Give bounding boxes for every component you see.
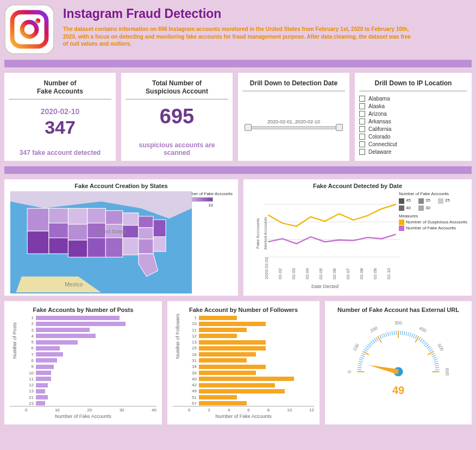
svg-rect-10: [68, 224, 87, 240]
date-slider-thumb-end[interactable]: [336, 124, 343, 131]
ip-location-list: AlabamaAlaskaArizonaArkansasCaliforniaCo…: [359, 96, 467, 155]
svg-line-52: [374, 339, 377, 342]
line-chart[interactable]: 100 75 50 25: [264, 191, 400, 267]
svg-rect-5: [27, 231, 49, 254]
legend-series-fake: Number of Fake Accounts: [406, 226, 456, 231]
gauge-title: Number of Fake Account has External URL: [330, 307, 466, 313]
ip-location-connecticut[interactable]: Connecticut: [359, 141, 467, 147]
svg-text:500: 500: [436, 342, 445, 352]
svg-point-2: [35, 18, 40, 23]
svg-line-40: [359, 359, 363, 360]
map-label-us: United States: [96, 228, 127, 234]
drill-down-ip: Drill Down to IP Location AlabamaAlaskaA…: [355, 73, 472, 161]
svg-line-78: [423, 341, 426, 345]
svg-line-79: [424, 343, 427, 346]
date-slider-track[interactable]: [246, 126, 342, 129]
svg-rect-24: [153, 220, 166, 236]
followers-title: Fake Account by Number of Followers: [173, 307, 314, 313]
svg-rect-20: [123, 238, 139, 255]
ip-item-label: Alaska: [368, 103, 385, 109]
posts-title: Fake Accounts by Number of Posts: [10, 307, 156, 313]
svg-line-87: [433, 357, 437, 359]
gauge-chart[interactable]: 0100200300400500695: [336, 315, 461, 382]
svg-rect-25: [153, 237, 166, 252]
svg-text:300: 300: [394, 320, 402, 326]
legend-series-suspicious: Number of Suspicious Accounts: [406, 220, 467, 225]
svg-rect-7: [49, 223, 68, 238]
svg-rect-8: [49, 238, 68, 254]
date-slider-thumb-start[interactable]: [245, 124, 252, 131]
checkbox-icon[interactable]: [359, 126, 365, 132]
kpi-susp-title-l1: Total Number of: [152, 79, 202, 87]
svg-rect-14: [87, 238, 105, 258]
checkbox-icon[interactable]: [359, 103, 365, 109]
charts-row-2: Fake Accounts by Number of Posts Number …: [4, 301, 472, 424]
kpi-fake-accounts: Number of Fake Accounts 2020-02-10 347 3…: [4, 73, 116, 161]
svg-line-45: [364, 349, 367, 352]
drill-ip-title: Drill Down to IP Location: [359, 79, 467, 91]
svg-line-36: [358, 367, 362, 368]
kpi-suspicious-accounts: Total Number of Suspicious Account 695 s…: [121, 73, 233, 161]
svg-text:100: 100: [352, 342, 360, 352]
followers-x-label: Number of Fake Accounts: [173, 414, 314, 419]
svg-line-76: [420, 339, 422, 342]
svg-line-37: [358, 365, 361, 366]
ip-location-alabama[interactable]: Alabama: [359, 96, 467, 102]
svg-rect-23: [139, 239, 153, 254]
line-ylabel-2: Fake Acccounts: [255, 218, 260, 248]
map-label-mexico: Mexico: [65, 282, 83, 288]
line-chart-card: Fake Account Detected by Date Number of …: [243, 179, 472, 296]
us-choropleth-map[interactable]: United States Mexico: [9, 191, 193, 293]
ip-item-label: Connecticut: [368, 141, 397, 147]
kpi-fake-date: 2020-02-10: [9, 107, 111, 116]
ip-location-alaska[interactable]: Alaska: [359, 103, 467, 109]
ip-item-label: Arizona: [368, 111, 387, 117]
page-subtitle: The dataset contains information on 696 …: [63, 26, 411, 48]
svg-line-39: [359, 361, 362, 362]
checkbox-icon[interactable]: [359, 149, 365, 155]
svg-line-60: [390, 332, 391, 335]
svg-rect-9: [68, 208, 87, 224]
checkbox-icon[interactable]: [359, 118, 365, 124]
divider-bar-1: [4, 60, 472, 67]
page-title: Instagram Fraud Detection: [63, 7, 411, 21]
kpi-fake-title-l1: Number of: [44, 79, 77, 87]
svg-text:200: 200: [369, 325, 379, 334]
ip-location-arizona[interactable]: Arizona: [359, 111, 467, 117]
svg-line-70: [410, 333, 411, 336]
checkbox-icon[interactable]: [359, 134, 365, 140]
instagram-logo: [4, 4, 54, 54]
instagram-icon: [10, 10, 49, 49]
ip-item-label: Arkansas: [368, 118, 391, 124]
checkbox-icon[interactable]: [359, 141, 365, 147]
svg-rect-15: [105, 211, 122, 224]
svg-line-85: [431, 353, 435, 355]
checkbox-icon[interactable]: [359, 111, 365, 117]
drill-date-title: Drill Down to Detection Date: [242, 79, 345, 91]
svg-line-66: [402, 331, 403, 335]
drill-down-date: Drill Down to Detection Date 2020-02-01.…: [238, 73, 349, 161]
svg-point-1: [22, 22, 37, 37]
line-chart-legend: Number of Fake Accounts 4535254030 Measu…: [399, 191, 467, 232]
ip-location-california[interactable]: California: [359, 126, 467, 132]
ip-location-colorado[interactable]: Colorado: [359, 134, 467, 140]
followers-bar-chart[interactable]: 11011121315163134394042495157: [173, 315, 314, 407]
checkbox-icon[interactable]: [359, 96, 365, 102]
posts-bar-chart[interactable]: 123456789101112132123: [10, 315, 156, 407]
charts-row-1: Fake Account Creation by States Number o…: [4, 179, 472, 296]
svg-line-58: [386, 333, 387, 336]
followers-bar-card: Fake Account by Number of Followers Numb…: [167, 301, 320, 424]
ip-location-delaware[interactable]: Delaware: [359, 149, 467, 155]
posts-bar-card: Fake Accounts by Number of Posts Number …: [4, 301, 162, 424]
svg-line-62: [394, 331, 394, 335]
dashboard-header: Instagram Fraud Detection The dataset co…: [4, 4, 472, 54]
svg-text:400: 400: [418, 325, 428, 334]
kpi-susp-title-l2: Suspicious Account: [146, 88, 208, 95]
kpi-fake-value: 347: [9, 117, 111, 138]
svg-line-51: [372, 340, 375, 343]
ip-location-arkansas[interactable]: Arkansas: [359, 118, 467, 124]
legend-heading: Number of Fake Accounts: [399, 191, 467, 197]
svg-rect-21: [139, 216, 153, 228]
kpi-susp-caption: suspicious accounts are scanned: [126, 141, 228, 157]
ip-item-label: Delaware: [368, 149, 391, 155]
